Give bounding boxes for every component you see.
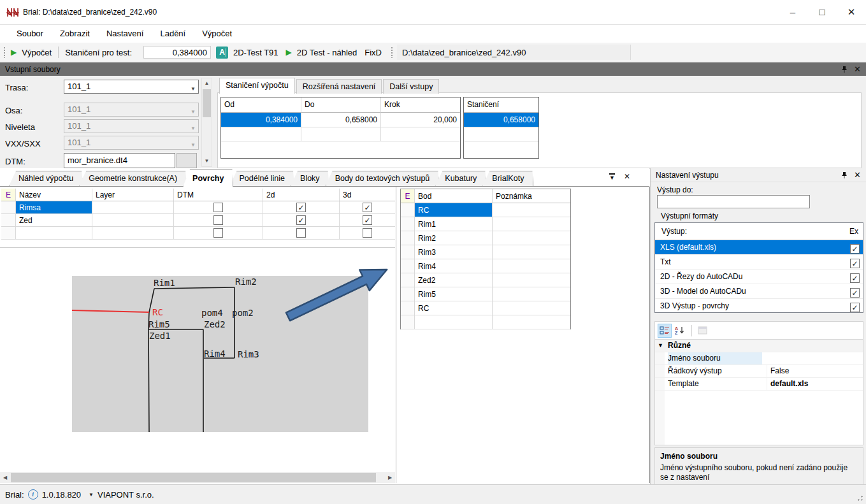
tab-podelne-linie[interactable]: Podélné linie (229, 171, 294, 186)
scroll-thumb[interactable] (203, 89, 211, 117)
row-gutter[interactable] (1, 227, 16, 240)
tab-nahled-vypoctu[interactable]: Náhled výpočtu (9, 171, 83, 186)
property-row-template[interactable]: Template default.xls (655, 378, 863, 391)
point-row-poznamka[interactable] (493, 301, 570, 315)
tab-dalsi-vstupy[interactable]: Další vstupy (383, 79, 439, 94)
2d-checkbox[interactable] (296, 228, 306, 238)
tab-bloky[interactable]: Bloky (291, 171, 329, 186)
col-header-vystup[interactable]: Výstup: (661, 227, 687, 236)
dtm-checkbox[interactable] (213, 215, 223, 225)
3d-checkbox[interactable] (363, 215, 372, 225)
col-header-krok[interactable]: Krok (381, 97, 460, 113)
point-row-bod[interactable]: Rim2 (415, 231, 493, 245)
input-panel-close-icon[interactable]: ✕ (854, 66, 861, 73)
dtm-input[interactable]: mor_branice.dt4 (64, 153, 175, 168)
surface-row-nazev[interactable] (16, 227, 92, 240)
pin-icon[interactable] (841, 66, 848, 73)
row-gutter[interactable] (401, 273, 415, 287)
scroll-down-icon[interactable]: ▼ (202, 156, 212, 166)
col-header-poznamka[interactable]: Poznámka (493, 189, 570, 203)
point-row-bod[interactable] (415, 315, 493, 329)
categorized-view-icon[interactable] (658, 324, 672, 338)
tab-brialkoty[interactable]: BrialKoty (482, 171, 533, 186)
format-checkbox[interactable] (850, 273, 860, 283)
point-row-bod[interactable]: Rim4 (415, 259, 493, 273)
empty-cell[interactable] (381, 127, 460, 141)
point-row-poznamka[interactable] (493, 203, 570, 217)
form-vertical-scrollbar[interactable]: ▲ ▼ (201, 78, 212, 167)
row-gutter[interactable] (401, 217, 415, 231)
scroll-right-icon[interactable]: ▶ (385, 472, 395, 483)
col-header-e[interactable]: E (401, 189, 415, 203)
scroll-up-icon[interactable]: ▲ (202, 78, 212, 89)
point-row-poznamka[interactable] (493, 217, 570, 231)
2d-preview-button[interactable]: 2D Test - náhled (297, 48, 357, 57)
format-checkbox[interactable] (850, 244, 860, 254)
info-icon[interactable]: i (28, 489, 38, 500)
surface-row-layer[interactable] (92, 227, 174, 240)
tab-kubatury[interactable]: Kubatury (435, 171, 486, 186)
scroll-thumb[interactable] (11, 473, 376, 482)
menu-soubor[interactable]: Soubor (8, 25, 52, 43)
2d-checkbox[interactable] (296, 203, 306, 212)
toolbar-grip[interactable] (3, 47, 6, 58)
tab-close-icon[interactable]: ✕ (624, 173, 630, 181)
cell-do[interactable]: 0,658000 (301, 113, 381, 127)
empty-cell[interactable] (464, 127, 538, 141)
property-row-radkovy-vystup[interactable]: Řádkový výstup False (655, 365, 863, 378)
resize-grip[interactable] (856, 494, 863, 501)
tab-overflow-icon[interactable]: ▼ (609, 173, 615, 181)
point-row-bod[interactable]: Rim1 (415, 217, 493, 231)
cell-stanniceni[interactable]: 0,658000 (464, 113, 538, 127)
format-checkbox[interactable] (850, 288, 860, 298)
trasa-combobox[interactable]: 101_1▼ (64, 80, 199, 94)
row-gutter[interactable] (401, 301, 415, 315)
tab-geometrie-konstrukce[interactable]: Geometrie konstrukce(A) (79, 171, 187, 186)
empty-cell[interactable] (221, 127, 301, 141)
format-checkbox[interactable] (850, 259, 860, 268)
point-row-bod[interactable]: Rim3 (415, 245, 493, 259)
row-gutter[interactable] (401, 315, 415, 329)
menu-nastaveni[interactable]: Nastavení (98, 25, 152, 43)
col-header-e[interactable]: E (1, 189, 16, 201)
col-header-do[interactable]: Do (301, 97, 381, 113)
status-dropdown-icon[interactable]: ▼ (89, 492, 94, 498)
format-row-xls[interactable]: XLS (default.xls) (655, 240, 863, 255)
output-panel-close-icon[interactable]: ✕ (854, 171, 861, 178)
fixd-button[interactable]: FixD (364, 48, 382, 57)
tab-body-do-textovych-vystupu[interactable]: Body do textových výstupů (326, 171, 440, 186)
format-row-3d-povrchy[interactable]: 3D Výstup - povrchy (655, 299, 863, 313)
property-value[interactable]: default.xls (767, 378, 863, 390)
point-row-poznamka[interactable] (493, 287, 570, 301)
category-row[interactable]: ▼ Různé (655, 340, 863, 352)
pin-icon[interactable] (841, 171, 848, 179)
point-row-bod[interactable]: RC (415, 301, 493, 315)
row-gutter[interactable] (401, 259, 415, 273)
surface-row-nazev[interactable]: Zed (16, 214, 92, 227)
tab-rozsirena-nastaveni[interactable]: Rozšířená nastavení (296, 79, 382, 94)
format-checkbox[interactable] (850, 303, 860, 312)
row-gutter[interactable] (401, 203, 415, 217)
chevron-down-icon[interactable]: ▼ (658, 340, 663, 352)
col-header-bod[interactable]: Bod (415, 189, 493, 203)
row-gutter[interactable] (1, 201, 16, 214)
property-row-jmeno-souboru[interactable]: Jméno souboru (655, 352, 863, 365)
col-header-ex[interactable]: Ex (849, 223, 858, 240)
maximize-button[interactable]: □ (807, 0, 837, 24)
menu-ladeni[interactable]: Ladění (152, 25, 194, 43)
tab-staniceni-vypoctu[interactable]: Staničení výpočtu (219, 78, 295, 94)
3d-checkbox[interactable] (363, 228, 372, 238)
col-header-2d[interactable]: 2d (263, 189, 340, 201)
format-row-3d-model[interactable]: 3D - Model do AutoCADu (655, 284, 863, 299)
2d-checkbox[interactable] (296, 215, 306, 225)
minimize-button[interactable]: – (778, 0, 807, 24)
col-header-layer[interactable]: Layer (92, 189, 174, 201)
row-gutter[interactable] (1, 214, 16, 227)
alphabetical-sort-icon[interactable]: A Z (673, 324, 687, 338)
scroll-left-icon[interactable]: ◀ (0, 472, 10, 483)
col-header-nazev[interactable]: Název (16, 189, 92, 201)
point-row-bod[interactable]: Zed2 (415, 273, 493, 287)
menu-vypocet[interactable]: Výpočet (194, 25, 240, 43)
point-row-poznamka[interactable] (493, 273, 570, 287)
tab-povrchy[interactable]: Povrchy (183, 169, 233, 187)
